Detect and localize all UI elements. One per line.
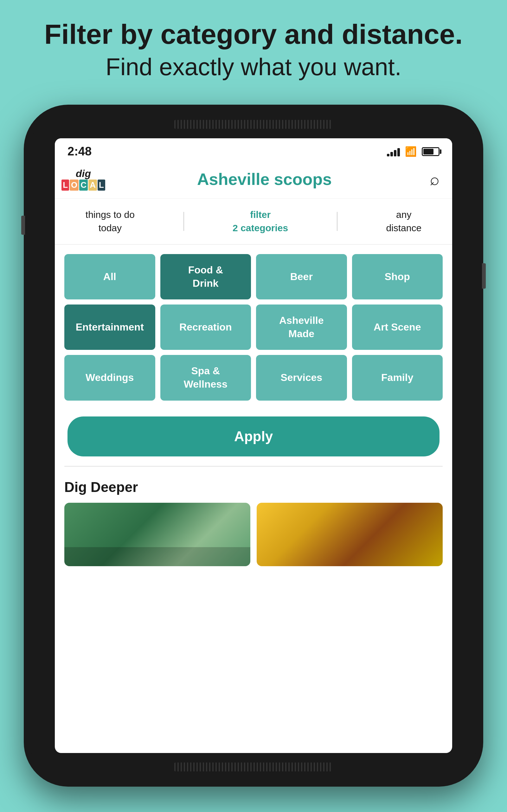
page-header: Filter by category and distance. Find ex…: [0, 0, 507, 93]
page-subheadline: Find exactly what you want.: [25, 53, 482, 81]
search-button[interactable]: ⌕: [430, 170, 440, 189]
side-button-left: [21, 216, 25, 235]
category-shop[interactable]: Shop: [352, 254, 443, 299]
side-button-right: [482, 263, 486, 289]
tab-divider-1: [183, 212, 184, 231]
apply-button[interactable]: Apply: [67, 416, 440, 456]
tab-divider-2: [337, 212, 337, 231]
category-services[interactable]: Services: [256, 355, 347, 400]
logo-letter-a: A: [89, 180, 97, 191]
category-art-scene[interactable]: Art Scene: [352, 305, 443, 350]
category-recreation[interactable]: Recreation: [160, 305, 251, 350]
device-frame: 2:48 📶: [24, 105, 483, 786]
logo-local-text: L O C A L: [61, 180, 105, 191]
category-family[interactable]: Family: [352, 355, 443, 400]
tab-filter[interactable]: filter2 categories: [233, 208, 288, 235]
tab-things-to-do[interactable]: things to dotoday: [86, 208, 135, 235]
signal-bar-4: [397, 148, 400, 156]
logo-letter-c: C: [79, 180, 88, 191]
apply-section: Apply: [55, 407, 452, 466]
category-beer[interactable]: Beer: [256, 254, 347, 299]
dig-deeper-section: Dig Deeper: [55, 467, 452, 572]
dig-image-1[interactable]: [64, 503, 250, 566]
device-inner: 2:48 📶: [30, 110, 477, 781]
logo-letter-l: L: [61, 180, 69, 191]
app-logo: dig L O C A L: [67, 168, 99, 191]
app-title-bold: scoops: [274, 170, 332, 189]
tab-things-label: things to dotoday: [86, 209, 135, 233]
logo-letter-l2: L: [98, 180, 105, 191]
tab-distance-label: anydistance: [386, 209, 421, 233]
category-food-drink[interactable]: Food &Drink: [160, 254, 251, 299]
signal-bar-3: [394, 150, 396, 156]
category-all[interactable]: All: [64, 254, 155, 299]
wifi-icon: 📶: [405, 146, 417, 157]
status-bar: 2:48 📶: [55, 138, 452, 161]
filter-tabs: things to dotoday filter2 categories any…: [55, 199, 452, 245]
signal-bar-1: [387, 154, 389, 156]
category-spa-wellness[interactable]: Spa &Wellness: [160, 355, 251, 400]
signal-icon: [387, 147, 400, 156]
category-grid: All Food &Drink Beer Shop Entertainment …: [55, 245, 452, 407]
app-title: Asheville scoops: [197, 170, 332, 189]
app-title-plain: Asheville: [197, 170, 274, 189]
battery-icon: [422, 147, 440, 156]
dig-deeper-title: Dig Deeper: [64, 479, 443, 495]
battery-fill: [424, 149, 434, 154]
status-time: 2:48: [67, 145, 92, 158]
dig-deeper-images: [64, 503, 443, 566]
category-asheville-made[interactable]: AshevilleMade: [256, 305, 347, 350]
signal-bar-2: [390, 152, 393, 156]
tab-distance[interactable]: anydistance: [386, 208, 421, 235]
category-entertainment[interactable]: Entertainment: [64, 305, 155, 350]
screen: 2:48 📶: [55, 138, 452, 753]
dig-image-2[interactable]: [257, 503, 443, 566]
category-weddings[interactable]: Weddings: [64, 355, 155, 400]
status-icons: 📶: [387, 146, 440, 157]
page-headline: Filter by category and distance.: [25, 19, 482, 50]
logo-dig-text: dig: [76, 168, 91, 180]
tab-filter-label: filter2 categories: [233, 209, 288, 233]
page-background: Filter by category and distance. Find ex…: [0, 0, 507, 812]
app-header: dig L O C A L Asheville scoops ⌕: [55, 161, 452, 199]
logo-letter-o: O: [70, 180, 78, 191]
